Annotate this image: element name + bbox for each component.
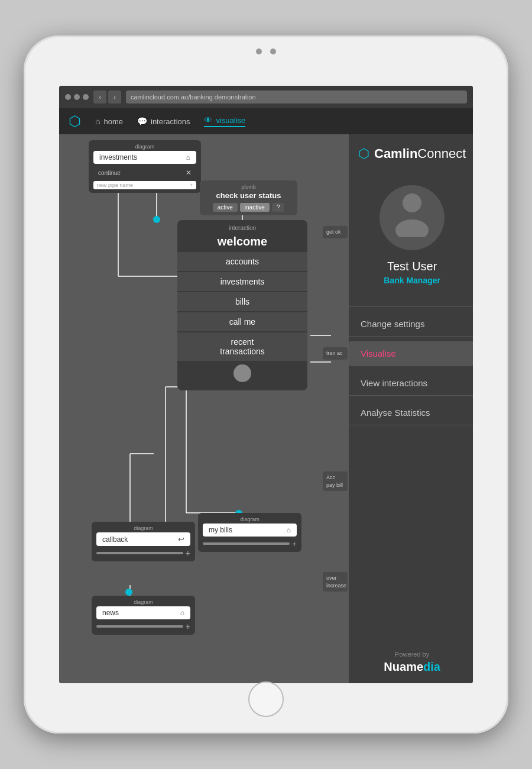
pipe-input[interactable]: new pipe name + — [93, 181, 196, 189]
pipe-add-icon[interactable]: + — [190, 182, 193, 188]
welcome-circle — [233, 364, 251, 382]
investments-continue-bar: continue ✕ — [93, 166, 196, 179]
status-question-btn[interactable]: ? — [272, 203, 285, 212]
news-bar — [96, 625, 183, 628]
nav-label-interactions: interactions — [151, 117, 190, 126]
callback-arrow-icon: ↩ — [178, 535, 184, 544]
menu-item-view-interactions[interactable]: View interactions — [349, 371, 473, 395]
mybills-diagram-node: diagram my bills ⌂ + — [198, 513, 301, 552]
news-diagram-node: diagram news ⌂ + — [92, 596, 195, 635]
tablet-home-button[interactable] — [248, 681, 284, 717]
partial-card-tran: tran ac — [323, 347, 348, 360]
profile-avatar — [379, 185, 445, 250]
browser-back-button[interactable]: ‹ — [93, 91, 106, 104]
tablet-screen: ‹ › camlincloud.com.au/banking demonstra… — [59, 86, 473, 683]
profile-section: Test User Bank Manager — [349, 167, 473, 306]
nav-label-home: home — [103, 117, 123, 126]
menu-divider-2 — [349, 366, 473, 366]
news-node-label: diagram — [96, 599, 190, 605]
screen-body: diagram investments ⌂ continue ✕ new pip… — [59, 134, 473, 683]
browser-dot-1 — [65, 94, 71, 100]
welcome-investments-item[interactable]: investments — [177, 272, 307, 291]
mybills-home-icon: ⌂ — [287, 526, 291, 534]
profile-name: Test User — [387, 260, 437, 273]
nav-item-interactions[interactable]: 💬 interactions — [137, 117, 190, 126]
callback-diagram-node: diagram callback ↩ + — [92, 522, 195, 561]
browser-dot-3 — [83, 94, 89, 100]
camera-dot-right — [270, 49, 276, 54]
welcome-bills-item[interactable]: bills — [177, 292, 307, 311]
profile-divider — [349, 306, 473, 307]
welcome-interaction-block: interaction welcome accounts investments… — [177, 220, 307, 390]
camera-area — [256, 49, 276, 54]
news-node-name-text: news — [102, 609, 119, 617]
menu-item-visualise[interactable]: Visualise — [349, 341, 473, 366]
partial-card-acc: Acc pay bill — [323, 471, 348, 491]
diagram-panel: diagram investments ⌂ continue ✕ new pip… — [59, 134, 349, 683]
news-plus-icon[interactable]: + — [186, 622, 190, 631]
nuamedia-accent: dia — [423, 660, 440, 673]
callback-node-label: diagram — [96, 525, 190, 531]
teal-connector-1 — [153, 216, 160, 223]
nav-item-home[interactable]: ⌂ home — [95, 117, 123, 126]
browser-url-bar[interactable]: camlincloud.com.au/banking demonstration — [126, 91, 467, 104]
investments-home-icon: ⌂ — [186, 153, 190, 161]
partial-card-over-text: over increase — [326, 574, 344, 589]
investments-node-label: diagram — [93, 144, 196, 150]
browser-navigation: ‹ › — [93, 91, 121, 104]
menu-divider-1 — [349, 336, 473, 337]
callback-node-name-text: callback — [102, 535, 128, 544]
news-node-name-bar: news ⌂ — [96, 606, 190, 619]
check-user-buttons: active inactive ? — [206, 203, 291, 212]
callback-bar — [96, 552, 183, 554]
avatar-silhouette-icon — [391, 190, 433, 245]
investments-node-name-text: investments — [99, 153, 137, 161]
camera-dot-left — [256, 49, 262, 54]
teal-connector-5 — [125, 589, 132, 596]
mybills-node-name-bar: my bills ⌂ — [203, 524, 297, 537]
camlin-logo-text: CamlinConnect — [374, 146, 466, 161]
news-home-icon: ⌂ — [180, 609, 184, 617]
continue-close-icon[interactable]: ✕ — [186, 169, 192, 177]
interaction-label: interaction — [177, 225, 307, 231]
partial-card-over: over increase — [323, 572, 348, 592]
pipe-placeholder: new pipe name — [97, 182, 133, 188]
camlin-brand-header: ⬡ CamlinConnect — [349, 134, 473, 167]
status-inactive-btn[interactable]: inactive — [240, 203, 270, 212]
check-user-title: check user status — [206, 191, 291, 200]
welcome-transactions-item[interactable]: recent transactions — [177, 332, 307, 361]
welcome-callme-item[interactable]: call me — [177, 312, 307, 331]
profile-role: Bank Manager — [384, 276, 440, 285]
home-icon: ⌂ — [95, 117, 100, 126]
nav-item-visualise[interactable]: 👁 visualise — [204, 115, 245, 127]
camlin-logo-icon: ⬡ — [358, 146, 369, 161]
mybills-node-name-text: my bills — [209, 526, 232, 534]
menu-item-change-settings[interactable]: Change settings — [349, 312, 473, 336]
check-user-status-node: plumb check user status active inactive … — [200, 180, 297, 215]
right-panel: ⬡ CamlinConnect — [349, 134, 473, 683]
browser-dot-2 — [74, 94, 80, 100]
welcome-accounts-item[interactable]: accounts — [177, 252, 307, 271]
browser-forward-button[interactable]: › — [108, 91, 121, 104]
camlin-logo-light: Connect — [417, 146, 466, 161]
investments-diagram-node: diagram investments ⌂ continue ✕ new pip… — [89, 140, 201, 193]
menu-item-analyse-statistics[interactable]: Analyse Statistics — [349, 400, 473, 425]
investments-node-name-bar: investments ⌂ — [93, 151, 196, 164]
app-logo-icon: ⬡ — [69, 113, 81, 130]
nuamedia-logo: Nuamedia — [358, 660, 466, 674]
menu-divider-4 — [349, 425, 473, 425]
welcome-title: welcome — [177, 232, 307, 251]
mybills-bar — [203, 542, 290, 545]
status-active-btn[interactable]: active — [213, 203, 238, 212]
nav-label-visualise: visualise — [216, 116, 245, 125]
callback-plus-icon[interactable]: + — [186, 548, 190, 558]
mybills-plus-icon[interactable]: + — [292, 539, 297, 548]
menu-divider-3 — [349, 395, 473, 396]
svg-point-16 — [395, 219, 429, 237]
visualise-icon: 👁 — [204, 115, 212, 125]
right-panel-footer: Powered by Nuamedia — [349, 641, 473, 683]
svg-point-15 — [403, 193, 421, 212]
partial-card-tran-text: tran ac — [326, 350, 344, 357]
partial-card-get: get ok — [323, 226, 348, 238]
partial-card-acc-text: Acc pay bill — [326, 474, 344, 489]
